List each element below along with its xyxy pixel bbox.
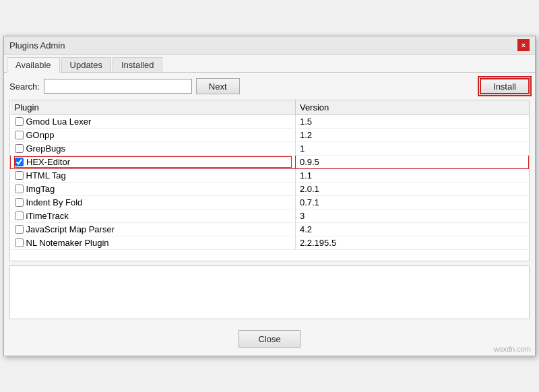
plugin-version: 4.2 [295,223,528,236]
search-right: Install [244,78,530,94]
next-button[interactable]: Next [196,78,240,94]
description-box [9,265,530,319]
bottom-bar: Close [4,323,535,356]
plugin-table: Plugin Version Gmod Lua Lexer1.5GOnpp1.2… [10,100,529,250]
plugin-name: NL Notemaker Plugin [26,238,109,248]
close-button[interactable]: Close [239,330,300,348]
plugin-checkbox[interactable] [15,198,24,207]
plugin-checkbox[interactable] [15,171,24,180]
plugin-name: ImgTag [26,184,55,194]
plugin-name: Indent By Fold [26,197,83,207]
table-row[interactable]: GOnpp1.2 [11,129,529,142]
plugin-checkbox[interactable] [15,238,24,247]
col-header-version: Version [295,100,528,115]
table-row[interactable]: ImgTag2.0.1 [11,183,529,196]
search-label: Search: [9,81,40,92]
table-row[interactable]: HEX-Editor0.9.5 [11,156,529,169]
plugin-name: JavaScript Map Parser [26,224,115,234]
table-row[interactable]: iTimeTrack3 [11,209,529,223]
watermark: wsxdn.com [494,345,531,353]
plugin-version: 2.0.1 [295,183,528,196]
plugin-checkbox[interactable] [15,158,24,166]
tab-bar: Available Updates Installed [4,55,535,73]
table-row[interactable]: GrepBugs1 [11,142,529,156]
table-row[interactable]: JavaScript Map Parser4.2 [11,223,529,236]
plugin-name: Gmod Lua Lexer [26,117,92,127]
tab-updates[interactable]: Updates [61,57,111,72]
col-header-plugin: Plugin [11,100,296,115]
plugin-checkbox[interactable] [15,144,24,153]
search-bar: Search: Next Install [4,73,535,100]
window-close-button[interactable]: × [517,39,530,51]
title-bar: Plugins Admin × [4,36,535,55]
plugin-version: 2.2.195.5 [295,236,528,250]
tab-installed[interactable]: Installed [113,57,162,72]
table-row[interactable]: Indent By Fold0.7.1 [11,196,529,209]
table-row[interactable]: Gmod Lua Lexer1.5 [11,115,529,129]
plugin-checkbox[interactable] [15,211,24,220]
plugin-version: 3 [295,209,528,223]
plugin-version: 1 [295,142,528,156]
plugin-version: 1.2 [295,129,528,142]
plugin-checkbox[interactable] [15,131,24,139]
plugin-name: HEX-Editor [26,157,70,167]
plugin-name: HTML Tag [26,170,66,181]
plugin-version: 0.7.1 [295,196,528,209]
table-row[interactable]: HTML Tag1.1 [11,169,529,183]
plugin-version: 1.1 [295,169,528,183]
table-header-row: Plugin Version [11,100,529,115]
plugin-version: 0.9.5 [295,156,528,169]
plugin-name: GOnpp [26,130,55,140]
plugin-name: iTimeTrack [26,211,69,221]
plugin-version: 1.5 [295,115,528,129]
plugin-checkbox[interactable] [15,185,24,193]
tab-available[interactable]: Available [7,57,60,73]
install-button[interactable]: Install [480,78,530,94]
plugin-checkbox[interactable] [15,225,24,234]
plugins-admin-dialog: Plugins Admin × Available Updates Instal… [3,36,536,356]
dialog-title: Plugins Admin [9,40,65,51]
plugin-name: GrepBugs [26,143,66,154]
search-input[interactable] [44,79,192,94]
plugin-checkbox[interactable] [15,117,24,126]
plugin-list-container[interactable]: Plugin Version Gmod Lua Lexer1.5GOnpp1.2… [9,100,530,261]
table-row[interactable]: NL Notemaker Plugin2.2.195.5 [11,236,529,250]
